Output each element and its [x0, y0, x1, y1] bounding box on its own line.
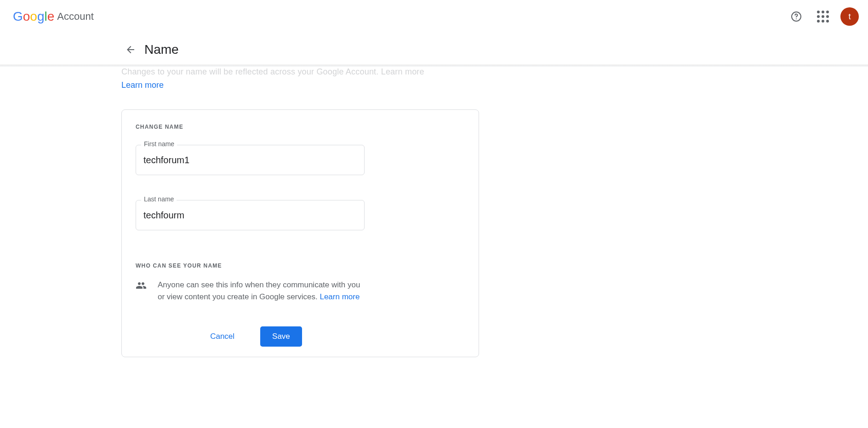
top-bar-actions: t [787, 7, 859, 26]
people-icon [136, 280, 147, 303]
action-row: Cancel Save [136, 326, 365, 347]
google-logo: Google [13, 9, 54, 24]
change-name-label: CHANGE NAME [136, 124, 465, 130]
privacy-text: Anyone can see this info when they commu… [158, 279, 369, 303]
sub-header: Name [0, 33, 868, 66]
back-button[interactable] [121, 40, 140, 59]
svg-point-1 [796, 18, 797, 19]
first-name-field-wrap: First name [136, 145, 365, 175]
last-name-field-wrap: Last name [136, 200, 365, 230]
intro-text-faded: Changes to your name will be reflected a… [121, 67, 480, 77]
page-title: Name [144, 42, 179, 57]
privacy-section: WHO CAN SEE YOUR NAME Anyone can see thi… [136, 263, 465, 303]
first-name-label: First name [141, 140, 177, 148]
content-area: Changes to your name will be reflected a… [0, 66, 868, 357]
learn-more-link[interactable]: Learn more [121, 80, 164, 90]
last-name-input[interactable] [136, 200, 365, 230]
privacy-learn-more-link[interactable]: Learn more [320, 292, 360, 301]
brand: Google Account [13, 9, 94, 24]
save-button[interactable]: Save [260, 326, 302, 347]
top-bar: Google Account t [0, 0, 868, 33]
cancel-button[interactable]: Cancel [198, 326, 246, 347]
product-name: Account [57, 11, 94, 23]
first-name-input[interactable] [136, 145, 365, 175]
help-icon[interactable] [787, 7, 805, 26]
avatar[interactable]: t [840, 7, 859, 26]
apps-grid-icon[interactable] [814, 7, 832, 26]
name-card: CHANGE NAME First name Last name WHO CAN… [121, 109, 479, 357]
last-name-label: Last name [141, 195, 177, 203]
privacy-label: WHO CAN SEE YOUR NAME [136, 263, 465, 269]
